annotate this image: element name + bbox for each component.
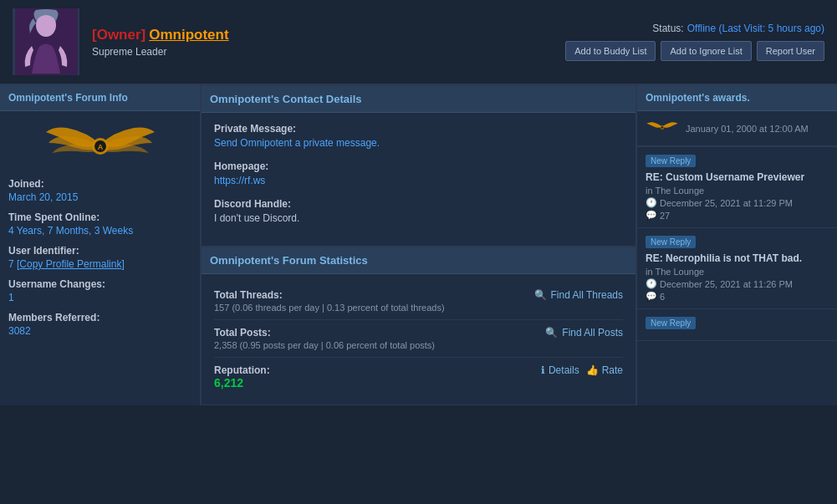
rep-rate-label: Rate bbox=[602, 364, 623, 376]
pm-link[interactable]: Send Omnipotent a private message. bbox=[214, 137, 380, 149]
stats-rep-left: Reputation: 6,212 bbox=[214, 364, 541, 389]
post-preview-2: New Reply RE: Necrophilia is not THAT ba… bbox=[637, 228, 837, 309]
discord-value: I don't use Discord. bbox=[214, 212, 623, 224]
rep-value: 6,212 bbox=[214, 376, 541, 389]
bubble-icon-1: 💬 bbox=[646, 210, 657, 221]
award-item: January 01, 2000 at 12:00 AM bbox=[637, 111, 837, 146]
bubble-icon-2: 💬 bbox=[646, 291, 657, 302]
post-preview-3: New Reply bbox=[637, 309, 837, 341]
stats-content: Total Threads: 157 (0.06 threads per day… bbox=[202, 274, 635, 405]
new-reply-badge-2: New Reply bbox=[646, 236, 696, 248]
joined-label: Joined: bbox=[8, 178, 191, 190]
username-changes-label: Username Changes: bbox=[8, 278, 191, 290]
find-posts-action[interactable]: 🔍 Find All Posts bbox=[545, 327, 623, 339]
stats-posts-row: Total Posts: 2,358 (0.95 posts per day |… bbox=[214, 320, 623, 358]
contact-content: Private Message: Send Omnipotent a priva… bbox=[202, 113, 635, 246]
user-avatar-large: A bbox=[8, 120, 191, 170]
time-online-value: 4 Years, 7 Months, 3 Weeks bbox=[8, 225, 191, 237]
forum-info-header: Omnipotent's Forum Info bbox=[0, 85, 200, 111]
search-icon: 🔍 bbox=[534, 289, 547, 301]
username-line: [Owner] Omnipotent bbox=[92, 27, 553, 43]
header-actions: Status: Offline (Last Visit: 5 hours ago… bbox=[565, 23, 824, 61]
report-user-button[interactable]: Report User bbox=[757, 41, 824, 61]
clock-icon-1: 🕐 bbox=[646, 197, 657, 208]
new-reply-badge-3: New Reply bbox=[646, 317, 696, 329]
rep-rate-button[interactable]: 👍 Rate bbox=[586, 364, 623, 376]
main-content: Omnipotent's Forum Info A bbox=[0, 85, 837, 405]
post-time-2: 🕐 December 25, 2021 at 11:26 PM bbox=[646, 278, 829, 289]
threads-desc: 157 (0.06 threads per day | 0.13 percent… bbox=[214, 303, 534, 313]
clock-icon-2: 🕐 bbox=[646, 278, 657, 289]
award-icon bbox=[646, 118, 679, 139]
user-stats: Joined: March 20, 2015 Time Spent Online… bbox=[8, 178, 191, 337]
thumbs-up-icon: 👍 bbox=[586, 364, 599, 376]
stats-threads-row: Total Threads: 157 (0.06 threads per day… bbox=[214, 283, 623, 320]
post-title-1[interactable]: RE: Custom Username Previewer bbox=[646, 171, 829, 183]
joined-value: March 20, 2015 bbox=[8, 191, 191, 203]
header-avatar bbox=[13, 8, 79, 75]
stats-section: Omnipotent's Forum Statistics Total Thre… bbox=[201, 247, 636, 405]
add-buddy-button[interactable]: Add to Buddy List bbox=[565, 41, 656, 61]
find-posts-label: Find All Posts bbox=[562, 327, 623, 339]
stats-rep-row: Reputation: 6,212 ℹ Details 👍 Rate bbox=[214, 358, 623, 396]
owner-tag: [Owner] bbox=[92, 27, 145, 43]
post-replies-1: 💬 27 bbox=[646, 210, 829, 221]
contact-section: Omnipotent's Contact Details Private Mes… bbox=[201, 85, 636, 247]
sidebar-right: Omnipotent's awards. January 01, 2000 at… bbox=[636, 85, 837, 405]
status-detail: Offline (Last Visit: 5 hours ago) bbox=[687, 23, 824, 34]
contact-discord: Discord Handle: I don't use Discord. bbox=[214, 198, 623, 224]
center-content: Omnipotent's Contact Details Private Mes… bbox=[201, 85, 636, 405]
find-threads-label: Find All Threads bbox=[551, 289, 624, 301]
find-threads-action[interactable]: 🔍 Find All Threads bbox=[534, 289, 624, 301]
add-ignore-button[interactable]: Add to Ignore List bbox=[661, 41, 751, 61]
post-location-1: in The Lounge bbox=[646, 186, 829, 196]
page-header: [Owner] Omnipotent Supreme Leader Status… bbox=[0, 0, 837, 85]
post-preview-1: New Reply RE: Custom Username Previewer … bbox=[637, 147, 837, 228]
search-icon-2: 🔍 bbox=[545, 327, 558, 339]
award-date: January 01, 2000 at 12:00 AM bbox=[686, 124, 809, 134]
sidebar-left: Omnipotent's Forum Info A bbox=[0, 85, 201, 405]
contact-header: Omnipotent's Contact Details bbox=[202, 86, 635, 113]
homepage-value: https://rf.ws bbox=[214, 175, 623, 186]
homepage-label: Homepage: bbox=[214, 160, 623, 172]
rep-label: Reputation: bbox=[214, 364, 541, 376]
stats-header: Omnipotent's Forum Statistics bbox=[202, 247, 635, 274]
post-location-2: in The Lounge bbox=[646, 267, 829, 277]
svg-point-6 bbox=[661, 126, 664, 129]
posts-desc: 2,358 (0.95 posts per day | 0.06 percent… bbox=[214, 340, 545, 350]
rep-details-button[interactable]: ℹ Details bbox=[541, 364, 579, 376]
copy-profile-permalink[interactable]: Copy Profile Permalink bbox=[19, 258, 121, 270]
rep-actions: ℹ Details 👍 Rate bbox=[541, 364, 623, 376]
members-referred-label: Members Referred: bbox=[8, 312, 191, 323]
contact-pm: Private Message: Send Omnipotent a priva… bbox=[214, 123, 623, 149]
username-changes-value: 1 bbox=[8, 292, 191, 303]
members-referred-value: 3082 bbox=[8, 325, 191, 337]
homepage-link[interactable]: https://rf.ws bbox=[214, 175, 265, 186]
post-time-1: 🕐 December 25, 2021 at 11:29 PM bbox=[646, 197, 829, 208]
discord-label: Discord Handle: bbox=[214, 198, 623, 210]
svg-text:A: A bbox=[97, 143, 103, 151]
time-online-label: Time Spent Online: bbox=[8, 211, 191, 223]
rep-details-label: Details bbox=[549, 364, 579, 376]
username-display: Omnipotent bbox=[149, 27, 228, 43]
awards-header: Omnipotent's awards. bbox=[637, 85, 837, 111]
sidebar-left-content: A Joined: March 20, 2015 Time Spent Onli… bbox=[0, 111, 200, 345]
threads-label: Total Threads: bbox=[214, 289, 534, 301]
pm-label: Private Message: bbox=[214, 123, 623, 135]
status-label: Status: bbox=[652, 23, 683, 34]
status-bar: Status: Offline (Last Visit: 5 hours ago… bbox=[652, 23, 824, 34]
contact-homepage: Homepage: https://rf.ws bbox=[214, 160, 623, 186]
pm-value: Send Omnipotent a private message. bbox=[214, 137, 623, 149]
posts-label: Total Posts: bbox=[214, 327, 545, 339]
user-id-label: User Identifier: bbox=[8, 245, 191, 257]
stats-posts-left: Total Posts: 2,358 (0.95 posts per day |… bbox=[214, 327, 545, 350]
user-info-block: [Owner] Omnipotent Supreme Leader bbox=[92, 27, 553, 58]
info-icon: ℹ bbox=[541, 364, 545, 376]
user-title: Supreme Leader bbox=[92, 46, 553, 58]
post-title-2[interactable]: RE: Necrophilia is not THAT bad. bbox=[646, 252, 829, 264]
stats-threads-left: Total Threads: 157 (0.06 threads per day… bbox=[214, 289, 534, 313]
post-replies-2: 💬 6 bbox=[646, 291, 829, 302]
user-id-value: 7 [Copy Profile Permalink] bbox=[8, 258, 191, 270]
action-buttons: Add to Buddy List Add to Ignore List Rep… bbox=[565, 41, 824, 61]
new-reply-badge-1: New Reply bbox=[646, 155, 696, 167]
